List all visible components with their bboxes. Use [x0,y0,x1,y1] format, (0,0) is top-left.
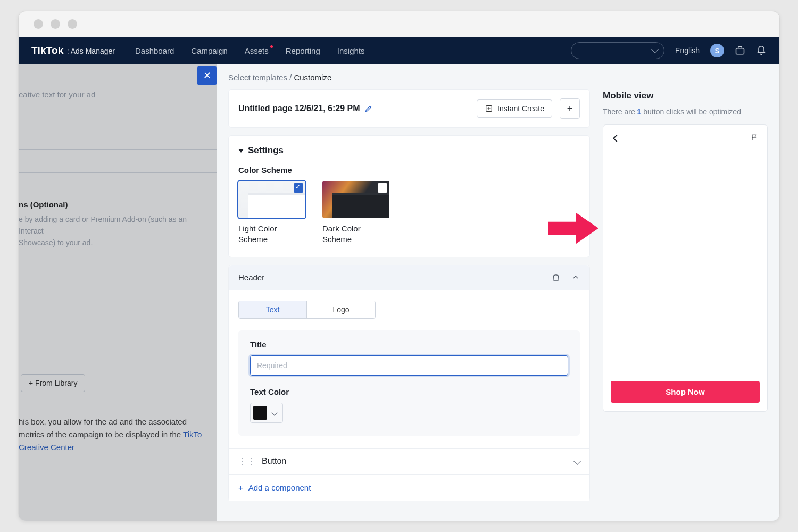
instant-create-button[interactable]: Instant Create [477,99,552,118]
text-color-picker[interactable] [250,403,283,423]
nav-right: English S [571,42,767,59]
close-icon: ✕ [203,70,211,81]
brand: TikTok : Ads Manager [31,45,115,56]
preview-cta-button[interactable]: Shop Now [611,381,760,403]
chevron-up-icon[interactable] [571,273,580,281]
light-scheme-label: Light Color Scheme [238,223,307,245]
top-nav: TikTok : Ads Manager Dashboard Campaign … [19,37,779,64]
nav-assets-label: Assets [245,46,269,55]
button-section-head[interactable]: ⋮⋮ Button [229,448,589,474]
brand-suffix: : Ads Manager [67,47,115,55]
color-scheme-label: Color Scheme [238,165,580,174]
title-card: Title Text Color [238,330,580,436]
page-title: Untitled page 12/6/21, 6:29 PM [238,104,373,113]
title-label: Title [250,340,568,349]
plus-icon: + [238,483,243,492]
header-section: Header [228,265,590,501]
header-section-body: Text Logo Title Text Color [229,290,589,448]
close-modal-button[interactable]: ✕ [197,66,217,85]
tab-logo[interactable]: Logo [307,301,375,318]
wand-icon [485,104,493,113]
window-minimize-dot[interactable] [51,19,60,29]
window-controls [19,11,779,37]
back-icon[interactable] [613,135,620,142]
settings-toggle[interactable]: Settings [238,145,580,156]
mobile-view-note: There are 1 button clicks will be optimi… [603,106,768,117]
briefcase-icon[interactable] [735,45,745,56]
color-scheme-row: Light Color Scheme Dark Color Scheme [238,181,580,245]
light-scheme-thumb [238,181,305,218]
add-button[interactable]: + [560,98,580,119]
app-body: eative text for your ad Translat ns (Opt… [19,64,779,521]
drag-handle-icon[interactable]: ⋮⋮ [238,456,256,467]
window-close-dot[interactable] [34,19,43,29]
text-color-label: Text Color [250,387,568,396]
note-pre: There are [603,107,637,116]
header-type-tabs: Text Logo [238,301,376,319]
note-post: button clicks will be optimized [641,107,741,116]
chevron-down-icon [651,46,659,53]
dark-scheme-thumb [322,181,389,218]
nav-insights[interactable]: Insights [337,46,365,55]
editor-column: Untitled page 12/6/21, 6:29 PM Instant C… [228,89,590,521]
bell-icon[interactable] [756,45,767,56]
light-scheme-option[interactable]: Light Color Scheme [238,181,307,245]
header-section-title: Header [238,273,264,282]
header-section-head: Header [229,265,589,290]
window-maximize-dot[interactable] [68,19,77,29]
add-component-label: Add a component [248,483,311,492]
svg-rect-0 [736,48,744,54]
button-section-title: Button [262,456,286,466]
settings-card: Settings Color Scheme Light Color Scheme [228,135,590,257]
plus-icon: + [567,103,573,114]
page-header-card: Untitled page 12/6/21, 6:29 PM Instant C… [228,89,590,128]
nav-campaign[interactable]: Campaign [191,46,227,55]
avatar[interactable]: S [710,44,724,57]
chevron-down-icon [271,410,277,415]
notification-dot-icon [270,45,273,48]
mobile-view-title: Mobile view [603,90,768,101]
trash-icon[interactable] [551,273,561,282]
breadcrumb-current: Customize [294,73,331,82]
language-selector[interactable]: English [675,46,700,55]
add-component-button[interactable]: + Add a component [229,474,589,501]
mobile-preview: Shop Now [603,124,768,412]
page-title-text: Untitled page 12/6/21, 6:29 PM [238,104,360,113]
settings-heading: Settings [248,145,284,156]
nav-links: Dashboard Campaign Assets Reporting Insi… [135,46,365,55]
check-icon [294,183,303,193]
breadcrumb-root[interactable]: Select templates [228,73,287,82]
dark-scheme-option[interactable]: Dark Color Scheme [322,181,392,245]
caret-down-icon [238,149,244,153]
nav-dashboard[interactable]: Dashboard [135,46,174,55]
account-dropdown[interactable] [571,42,664,59]
mobile-preview-top [611,129,760,143]
pencil-icon[interactable] [364,104,373,113]
instant-create-label: Instant Create [497,104,544,113]
preview-column: Mobile view There are 1 button clicks wi… [603,89,768,521]
breadcrumb: Select templates / Customize [217,64,779,89]
nav-assets[interactable]: Assets [245,46,269,55]
unchecked-box-icon [378,183,387,193]
title-input[interactable] [250,355,568,376]
customize-panel: Select templates / Customize Untitled pa… [217,64,779,521]
dark-scheme-label: Dark Color Scheme [322,223,392,245]
flag-icon[interactable] [750,134,759,141]
nav-reporting[interactable]: Reporting [286,46,320,55]
tab-text[interactable]: Text [239,301,307,318]
modal-columns: Untitled page 12/6/21, 6:29 PM Instant C… [217,89,779,521]
color-swatch [253,406,267,420]
browser-frame: TikTok : Ads Manager Dashboard Campaign … [18,11,780,521]
chevron-down-icon [573,458,581,465]
brand-name: TikTok [31,45,64,56]
